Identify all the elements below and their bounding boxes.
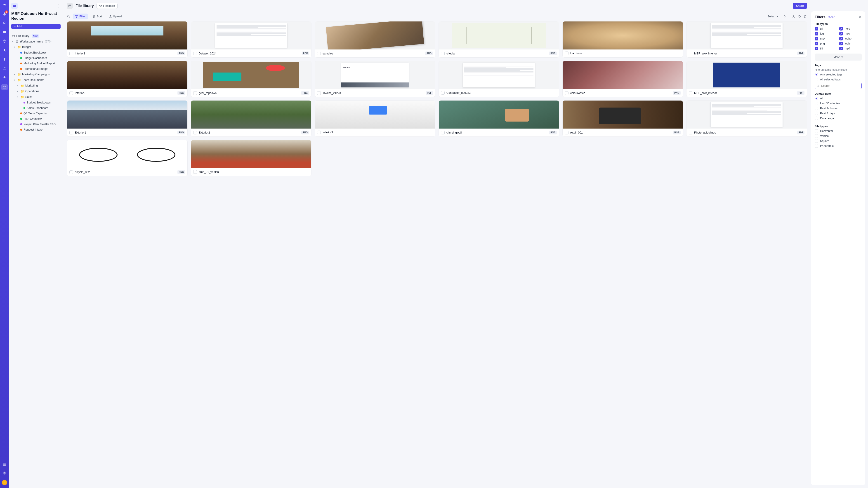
more-menu-icon[interactable]: ⋮: [57, 4, 61, 8]
filetype-checkbox[interactable]: ✓heic: [839, 27, 862, 31]
filetype-checkbox[interactable]: ✓webp: [839, 37, 862, 40]
file-checkbox[interactable]: [689, 52, 692, 55]
orientation-checkbox[interactable]: Panoramic: [815, 144, 862, 148]
file-checkbox[interactable]: [689, 131, 692, 134]
file-checkbox[interactable]: [441, 52, 445, 55]
file-checkbox[interactable]: [565, 91, 568, 95]
file-checkbox[interactable]: [193, 52, 197, 55]
more-button[interactable]: More▾: [815, 54, 862, 61]
file-checkbox[interactable]: [69, 91, 73, 95]
team-icon[interactable]: [1, 84, 8, 90]
file-checkbox[interactable]: [69, 131, 73, 134]
filetype-checkbox[interactable]: ✓mp4: [839, 47, 862, 51]
share-button[interactable]: Share: [793, 3, 807, 9]
sort-button[interactable]: Sort: [90, 13, 104, 20]
orientation-checkbox[interactable]: Square: [815, 139, 862, 143]
file-checkbox[interactable]: [317, 91, 321, 95]
sidebar-folder-sales[interactable]: ▾📁Sales: [11, 94, 61, 100]
file-card[interactable]: MBF_sow_interior PDF: [686, 21, 807, 58]
search-icon[interactable]: [2, 21, 7, 25]
tags-any-radio[interactable]: Any selected tags: [815, 73, 862, 76]
date-radio[interactable]: All: [815, 97, 862, 100]
file-card[interactable]: MBF_sow_interior PDF: [686, 61, 807, 97]
file-checkbox[interactable]: [689, 91, 692, 95]
sidebar-workspace-items[interactable]: ▾ Workspace items (270): [11, 39, 61, 44]
people-icon[interactable]: [2, 66, 7, 70]
tag-icon[interactable]: [798, 15, 801, 18]
file-card[interactable]: Photo_guidelines PDF: [686, 100, 807, 137]
help-icon[interactable]: ?: [2, 471, 7, 475]
file-card[interactable]: colorswatch PNG: [562, 61, 683, 97]
filetype-checkbox[interactable]: ✓tiff: [815, 47, 837, 51]
feedback-button[interactable]: Feedback: [96, 3, 118, 9]
clock-icon[interactable]: [2, 39, 7, 43]
sidebar-folder-marketing[interactable]: ▸📁Marketing: [11, 83, 61, 89]
tags-all-radio[interactable]: All selected tags: [815, 78, 862, 81]
file-checkbox[interactable]: [441, 91, 445, 95]
file-checkbox[interactable]: [193, 131, 197, 134]
sidebar-item[interactable]: Request Intake: [11, 127, 61, 132]
date-radio[interactable]: Date range: [815, 117, 862, 120]
file-checkbox[interactable]: [565, 131, 568, 134]
sidebar-item[interactable]: Plan Overview: [11, 116, 61, 122]
file-checkbox[interactable]: [193, 91, 197, 95]
file-card[interactable]: Exterior2 PNG: [191, 100, 311, 137]
sidebar-item[interactable]: Budget Dashboard: [11, 55, 61, 61]
sidebar-item[interactable]: Promotional Budget: [11, 66, 61, 72]
download-icon[interactable]: [792, 15, 795, 18]
bell-icon[interactable]: 2: [2, 12, 7, 16]
file-card[interactable]: siteplan PNG: [438, 21, 559, 58]
sidebar-item[interactable]: Budget Breakdown: [11, 100, 61, 105]
sidebar-item[interactable]: Sales Dashboard: [11, 105, 61, 111]
diamond-icon[interactable]: [2, 57, 7, 61]
filetype-checkbox[interactable]: ✓mov: [839, 32, 862, 35]
search-icon[interactable]: [67, 15, 70, 18]
file-card[interactable]: INVOICE Invoice_21223 PDF: [315, 61, 435, 97]
sidebar-folder-budget[interactable]: ▾📁Budget: [11, 44, 61, 50]
file-checkbox[interactable]: [441, 131, 445, 134]
home-icon[interactable]: [2, 3, 7, 7]
tag-search-input[interactable]: [821, 84, 860, 88]
tag-search[interactable]: [815, 83, 862, 89]
file-card[interactable]: gear_topdown PNG: [191, 61, 311, 97]
sidebar-folder-operations[interactable]: ▸📁Operations: [11, 89, 61, 94]
sidebar-item[interactable]: Project Plan: Seattle 1377: [11, 122, 61, 127]
apps-icon[interactable]: [2, 462, 7, 466]
sidebar-item[interactable]: Budget Breakdown: [11, 50, 61, 55]
workspace-icon[interactable]: [11, 3, 18, 9]
file-card[interactable]: retail_001 PNG: [562, 100, 683, 137]
clear-filters-button[interactable]: Clear: [828, 15, 835, 19]
filetype-checkbox[interactable]: ✓png: [815, 42, 837, 45]
sidebar-item[interactable]: Marketing Budget Report: [11, 61, 61, 66]
file-checkbox[interactable]: [193, 170, 197, 174]
file-card[interactable]: Interior2 PNG: [67, 61, 188, 97]
file-checkbox[interactable]: [565, 52, 568, 55]
sidebar-file-library[interactable]: File library New: [11, 33, 61, 39]
folder-icon[interactable]: [2, 30, 7, 34]
avatar[interactable]: [2, 480, 7, 485]
file-card[interactable]: Dataset_2024 PDF: [191, 21, 311, 58]
sidebar-item[interactable]: Q3 Team Capacity: [11, 111, 61, 116]
plus-icon[interactable]: [2, 75, 7, 79]
sidebar-folder-marketing-campaigns[interactable]: ▸📁Marketing Campaigns: [11, 72, 61, 77]
file-checkbox[interactable]: [317, 52, 321, 55]
upload-button[interactable]: Upload: [106, 13, 124, 20]
file-card[interactable]: bicycle_002 PNG: [67, 140, 188, 176]
file-checkbox[interactable]: [69, 52, 73, 55]
star-icon[interactable]: [2, 48, 7, 53]
file-card[interactable]: Hardwood: [562, 21, 683, 58]
select-dropdown[interactable]: Select▾: [765, 13, 780, 20]
filter-button[interactable]: Filter: [73, 13, 88, 20]
date-radio[interactable]: Last 30 minutes: [815, 102, 862, 105]
file-card[interactable]: Exterior1 PNG: [67, 100, 188, 137]
add-button[interactable]: +Add: [11, 24, 61, 29]
file-card[interactable]: Interior3: [315, 100, 435, 137]
file-card[interactable]: Interior1 PNG: [67, 21, 188, 58]
file-checkbox[interactable]: [317, 131, 321, 134]
orientation-checkbox[interactable]: Vertical: [815, 134, 862, 138]
date-radio[interactable]: Past 7 days: [815, 111, 862, 115]
sidebar-folder-team-documents[interactable]: ▾📁Team Documents: [11, 77, 61, 83]
date-radio[interactable]: Past 24 hours: [815, 107, 862, 110]
file-card[interactable]: arch_01_vertical: [191, 140, 311, 176]
filetype-checkbox[interactable]: ✓gif: [815, 27, 837, 31]
